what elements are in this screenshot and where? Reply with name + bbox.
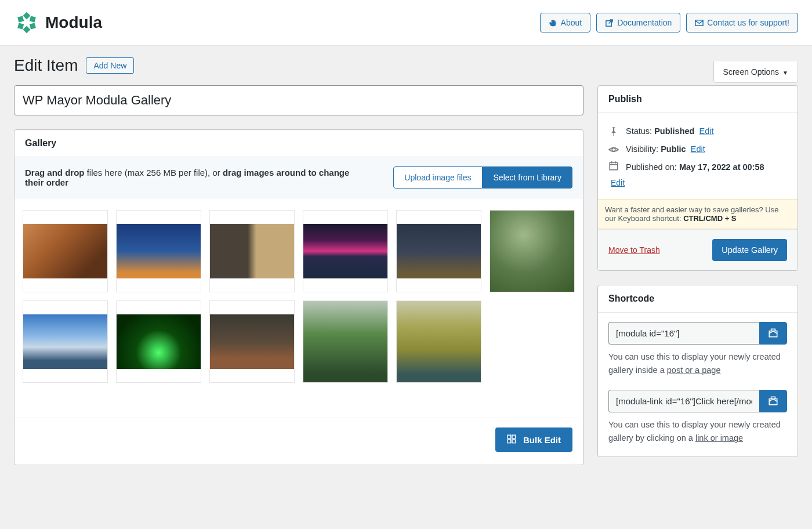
svg-rect-2	[512, 435, 516, 439]
edit-visibility-link[interactable]: Edit	[691, 144, 705, 154]
thumb-image	[23, 314, 107, 369]
bulk-edit-button[interactable]: Bulk Edit	[495, 427, 572, 452]
brand-logo-icon	[14, 9, 39, 36]
copy-icon	[768, 396, 778, 406]
publish-panel-title: Publish	[598, 86, 798, 113]
select-from-library-button[interactable]: Select from Library	[483, 166, 572, 189]
upload-button-group: Upload image files Select from Library	[393, 166, 572, 189]
about-button[interactable]: About	[540, 13, 591, 32]
gallery-thumb[interactable]	[116, 300, 201, 383]
copy-icon	[768, 328, 778, 338]
pin-icon	[608, 126, 619, 137]
shortcode-panel-title: Shortcode	[598, 285, 798, 313]
link-or-image-link[interactable]: link or image	[695, 433, 743, 443]
visibility-row: Visibility: Public Edit	[608, 140, 787, 158]
post-or-page-link[interactable]: post or a page	[667, 365, 721, 375]
eye-icon	[608, 144, 619, 155]
upload-bar: Drag and drop files here (max 256 MB per…	[14, 157, 583, 198]
svg-rect-4	[512, 440, 516, 443]
page-title: Edit Item	[14, 56, 78, 75]
chevron-down-icon: ▼	[782, 70, 788, 76]
publish-panel: Publish Status: Published Edit Visibilit…	[597, 85, 798, 271]
gallery-thumb[interactable]	[396, 300, 481, 383]
hand-icon	[549, 19, 557, 27]
support-button[interactable]: Contact us for support!	[686, 13, 798, 32]
edit-published-link[interactable]: Edit	[611, 178, 625, 187]
grid-icon	[507, 434, 517, 445]
external-link-icon	[605, 19, 614, 27]
thumb-image	[397, 301, 481, 382]
shortcode-input-1[interactable]	[608, 322, 759, 345]
header-buttons: About Documentation Contact us for suppo…	[540, 13, 798, 32]
gallery-thumb[interactable]	[23, 210, 108, 292]
gallery-panel-title: Gallery	[14, 130, 583, 157]
gallery-grid	[14, 198, 583, 418]
gallery-thumb[interactable]	[209, 300, 295, 383]
thumb-image	[117, 314, 201, 369]
svg-rect-3	[507, 440, 511, 443]
thumb-image	[397, 224, 481, 278]
shortcode-input-2[interactable]	[608, 390, 759, 412]
copy-shortcode-2-button[interactable]	[759, 390, 787, 412]
published-row: Published on: May 17, 2022 at 00:58	[608, 158, 787, 176]
top-header: Modula About Documentation Contact us fo…	[0, 0, 812, 46]
gallery-thumb[interactable]	[303, 210, 388, 292]
svg-rect-1	[507, 435, 511, 439]
upload-image-files-button[interactable]: Upload image files	[393, 166, 482, 189]
gallery-thumb[interactable]	[490, 210, 575, 292]
thumb-image	[490, 211, 574, 292]
shortcode-desc-1: You can use this to display your newly c…	[608, 350, 787, 377]
copy-shortcode-1-button[interactable]	[759, 322, 787, 345]
svg-rect-7	[769, 331, 777, 337]
gallery-panel: Gallery Drag and drop files here (max 25…	[14, 129, 583, 465]
add-new-button[interactable]: Add New	[86, 57, 134, 74]
thumb-image	[210, 314, 294, 369]
svg-point-5	[612, 148, 615, 151]
brand: Modula	[14, 9, 102, 36]
update-gallery-button[interactable]: Update Gallery	[712, 239, 787, 261]
screen-options-toggle[interactable]: Screen Options▼	[713, 61, 798, 83]
calendar-icon	[608, 161, 619, 171]
thumb-image	[210, 224, 294, 278]
envelope-icon	[695, 19, 704, 27]
svg-rect-8	[769, 399, 777, 405]
page-heading-row: Edit Item Add New	[14, 56, 798, 75]
status-row: Status: Published Edit	[608, 122, 787, 140]
shortcode-desc-2: You can use this to display your newly c…	[608, 418, 787, 445]
gallery-thumb[interactable]	[23, 300, 108, 383]
thumb-image	[117, 224, 201, 278]
documentation-button[interactable]: Documentation	[596, 13, 680, 32]
gallery-thumb[interactable]	[209, 210, 295, 292]
keyboard-hint: Want a faster and easier way to save gal…	[598, 199, 798, 229]
thumb-image	[303, 224, 387, 278]
gallery-thumb[interactable]	[116, 210, 201, 292]
shortcode-panel: Shortcode You can use this to display yo…	[597, 285, 798, 458]
brand-name: Modula	[45, 13, 102, 32]
gallery-thumb[interactable]	[396, 210, 481, 292]
gallery-footer: Bulk Edit	[14, 418, 583, 465]
thumb-image	[23, 224, 107, 278]
svg-rect-6	[610, 163, 618, 170]
title-input[interactable]	[14, 85, 583, 115]
move-to-trash-link[interactable]: Move to Trash	[608, 245, 660, 255]
upload-instructions: Drag and drop files here (max 256 MB per…	[25, 168, 350, 187]
edit-status-link[interactable]: Edit	[699, 126, 714, 136]
gallery-thumb[interactable]	[303, 300, 388, 383]
thumb-image	[303, 301, 387, 382]
